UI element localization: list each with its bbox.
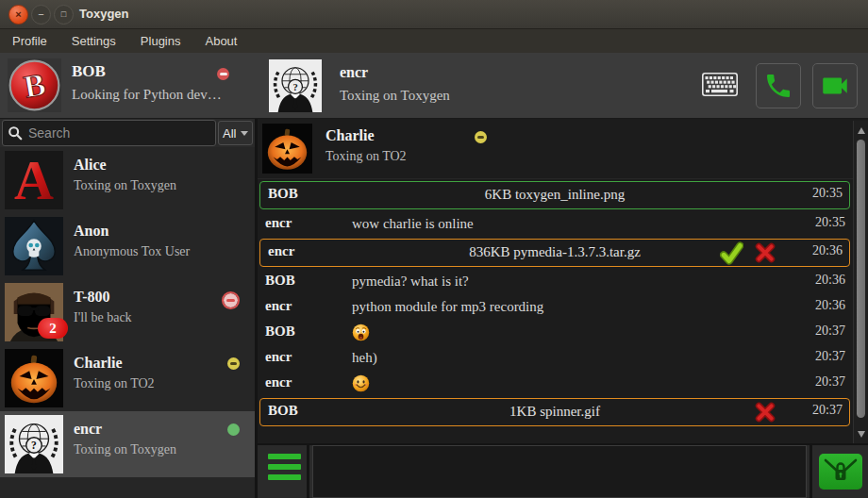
contact-filter-dropdown[interactable]: All bbox=[218, 121, 253, 145]
scroll-down-button[interactable] bbox=[854, 426, 868, 441]
contact-avatar: A bbox=[5, 151, 63, 209]
chat-contact-card[interactable]: Charlie Toxing on TO2 bbox=[258, 119, 868, 179]
keyboard-icon[interactable] bbox=[702, 73, 738, 96]
audio-call-button[interactable] bbox=[756, 63, 801, 108]
contact-status-message: Toxing on TO2 bbox=[326, 149, 407, 164]
self-avatar[interactable]: B bbox=[8, 58, 61, 112]
message-time: 20:35 bbox=[812, 186, 843, 201]
message-text: python module for mp3 recording bbox=[352, 299, 543, 315]
contact-name: T-800 bbox=[74, 289, 110, 306]
message-text: pymedia? what is it? bbox=[352, 274, 469, 290]
contact-avatar: ? bbox=[5, 415, 63, 473]
close-window-button[interactable]: × bbox=[8, 5, 28, 25]
message-row: encr python module for mp3 recording 20:… bbox=[258, 294, 852, 320]
active-chat-status-message: Toxing on Toxygen bbox=[340, 88, 450, 104]
svg-text:A: A bbox=[14, 151, 54, 209]
accept-file-button[interactable] bbox=[720, 241, 743, 265]
send-area bbox=[810, 445, 868, 498]
contact-filter-value: All bbox=[223, 126, 236, 141]
message-time: 20:36 bbox=[815, 298, 845, 313]
magnifier-icon bbox=[8, 125, 23, 141]
search-row: All bbox=[0, 119, 255, 147]
contact-name: Charlie bbox=[326, 127, 375, 144]
minimize-window-button[interactable]: − bbox=[31, 5, 51, 25]
active-chat-avatar: ? bbox=[269, 59, 322, 112]
message-time: 20:37 bbox=[815, 349, 845, 364]
file-transfer-row: BOB 6KB toxygen_inline.png 20:35 bbox=[259, 181, 850, 209]
decline-file-button[interactable] bbox=[755, 242, 776, 263]
smile-emoji-icon bbox=[352, 374, 370, 392]
message-row: encr heh) 20:37 bbox=[258, 345, 852, 371]
unread-count-badge: 2 bbox=[38, 318, 68, 339]
message-time: 20:35 bbox=[815, 215, 845, 230]
message-time: 20:36 bbox=[815, 273, 845, 288]
contact-status-message: Toxing on Toxygen bbox=[74, 178, 176, 193]
contact-avatar bbox=[5, 217, 63, 275]
contact-status-message: I'll be back bbox=[74, 310, 132, 325]
menu-item-profile[interactable]: Profile bbox=[0, 29, 59, 53]
self-status-message: Looking for Python dev… bbox=[72, 87, 222, 103]
contact-avatar bbox=[262, 124, 312, 174]
contact-name: encr bbox=[74, 421, 102, 438]
svg-text:?: ? bbox=[292, 82, 297, 92]
message-sender: encr bbox=[265, 215, 292, 231]
status-away-icon bbox=[475, 131, 487, 143]
status-away-icon bbox=[227, 357, 240, 370]
vertical-scrollbar[interactable] bbox=[853, 121, 868, 443]
menu-item-plugins[interactable]: Plugins bbox=[128, 29, 193, 53]
message-sender: BOB bbox=[265, 324, 295, 340]
contact-avatar bbox=[5, 349, 63, 407]
menu-item-about[interactable]: About bbox=[192, 29, 249, 53]
shocked-emoji-icon bbox=[352, 324, 370, 341]
message-text: heh) bbox=[352, 350, 377, 366]
message-sender: BOB bbox=[265, 273, 295, 289]
scrollbar-thumb[interactable] bbox=[857, 140, 865, 418]
message-row: encr wow charlie is online 20:35 bbox=[258, 211, 852, 237]
phone-icon bbox=[763, 71, 793, 101]
contact-name: Anon bbox=[74, 223, 108, 240]
status-busy-icon bbox=[222, 291, 240, 309]
file-actions bbox=[755, 400, 776, 424]
contact-status-message: Toxing on TO2 bbox=[74, 376, 155, 391]
message-input[interactable] bbox=[312, 445, 807, 498]
chevron-down-icon bbox=[241, 131, 248, 136]
active-chat-name: encr bbox=[340, 64, 368, 81]
search-input[interactable] bbox=[26, 124, 215, 141]
file-name: 6KB toxygen_inline.png bbox=[260, 187, 849, 203]
self-name: BOB bbox=[72, 62, 106, 81]
message-row: BOB pymedia? what is it? 20:36 bbox=[258, 269, 852, 294]
contact-name: Charlie bbox=[74, 355, 123, 372]
message-scroll-region: Charlie Toxing on TO2 BOB 6KB toxygen_in… bbox=[258, 119, 868, 443]
contact-list: A Alice Toxing on Toxygen Anon Anonymous… bbox=[0, 147, 255, 498]
hamburger-menu-icon[interactable] bbox=[258, 445, 309, 498]
message-sender: encr bbox=[265, 374, 292, 390]
contact-row-encr[interactable]: ? encr Toxing on Toxygen bbox=[0, 411, 255, 477]
contact-status-message: Toxing on Toxygen bbox=[74, 442, 176, 457]
self-status-busy-icon[interactable] bbox=[217, 68, 229, 80]
window-title: Toxygen bbox=[79, 7, 129, 21]
message-time: 20:37 bbox=[815, 324, 845, 339]
scroll-up-button[interactable] bbox=[854, 123, 868, 138]
menu-item-settings[interactable]: Settings bbox=[59, 29, 128, 53]
titlebar[interactable]: × − □ Toxygen bbox=[0, 0, 868, 29]
maximize-window-button[interactable]: □ bbox=[54, 5, 74, 25]
message-row: BOB 20:37 bbox=[258, 320, 852, 345]
file-transfer-row: encr 836KB pymedia-1.3.7.3.tar.gz 20:36 bbox=[259, 239, 850, 267]
encrypted-send-icon[interactable] bbox=[819, 454, 862, 490]
contact-row-t-800[interactable]: T-800 I'll be back 2 bbox=[0, 279, 255, 345]
search-box[interactable] bbox=[2, 120, 216, 146]
top-panel: B BOB Looking for Python dev… ? encr Tox… bbox=[0, 53, 868, 119]
sidebar: All A Alice Toxing on Toxygen Anon Anony… bbox=[0, 119, 258, 498]
contact-row-alice[interactable]: A Alice Toxing on Toxygen bbox=[0, 147, 255, 213]
file-actions bbox=[720, 241, 776, 265]
toxygen-window: × − □ Toxygen ProfileSettingsPluginsAbou… bbox=[0, 0, 868, 498]
contact-row-anon[interactable]: Anon Anonymous Tox User bbox=[0, 213, 255, 279]
menubar: ProfileSettingsPluginsAbout bbox=[0, 29, 868, 53]
decline-file-button[interactable] bbox=[755, 402, 776, 423]
contact-name: Alice bbox=[74, 157, 107, 174]
contact-row-charlie[interactable]: Charlie Toxing on TO2 bbox=[0, 345, 255, 411]
message-sender: encr bbox=[265, 349, 292, 365]
status-online-icon bbox=[227, 423, 240, 436]
message-text: wow charlie is online bbox=[352, 216, 474, 232]
video-call-button[interactable] bbox=[812, 63, 858, 108]
